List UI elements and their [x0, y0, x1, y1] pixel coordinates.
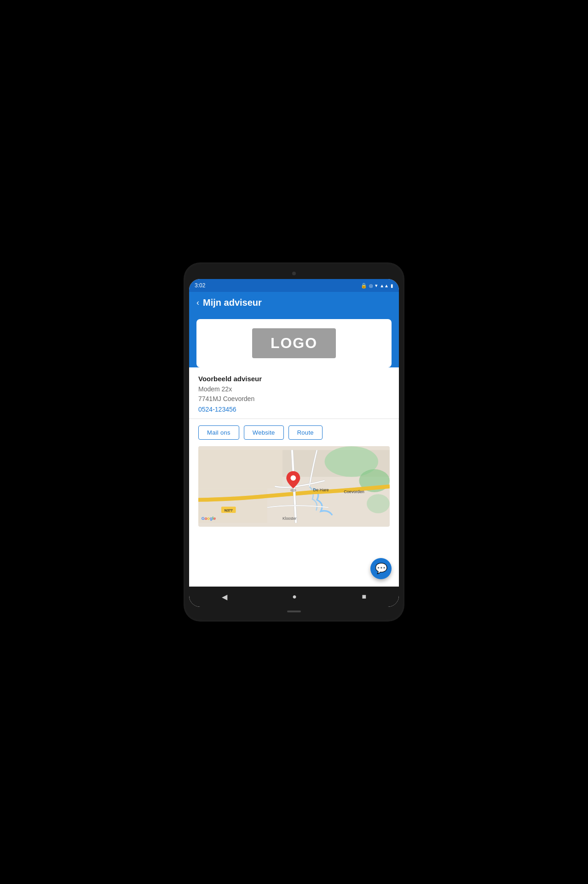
advisor-info: Voorbeeld adviseur Modem 22x 7741MJ Coev…	[189, 367, 399, 419]
svg-point-6	[367, 494, 390, 513]
route-button[interactable]: Route	[288, 425, 323, 440]
logo-placeholder: LOGO	[252, 328, 336, 358]
status-bar: 3:02 🔒 ◎ ▾ ▲▲ ▮	[189, 279, 399, 292]
advisor-street: Modem 22x	[198, 384, 390, 394]
battery-icon: ▮	[391, 283, 393, 288]
nav-recent-button[interactable]: ■	[353, 589, 376, 605]
chat-icon: 💬	[375, 563, 387, 575]
home-indicator	[287, 611, 301, 612]
logo-card: LOGO	[196, 319, 392, 367]
logo-section: LOGO	[189, 314, 399, 367]
status-time: 3:02	[195, 282, 205, 289]
advisor-name: Voorbeeld adviseur	[198, 375, 390, 383]
top-bezel	[189, 268, 399, 279]
svg-rect-1	[198, 450, 282, 488]
device-screen: 3:02 🔒 ◎ ▾ ▲▲ ▮ ‹ Mijn adviseur LOGO	[189, 279, 399, 607]
map-container: N377 De Hare Coevorden Klooster Google	[198, 446, 390, 527]
chat-fab[interactable]: 💬	[370, 558, 392, 579]
svg-text:Google: Google	[202, 516, 216, 521]
main-content: LOGO Voorbeeld adviseur Modem 22x 7741MJ…	[189, 314, 399, 587]
lock-icon: 🔒	[361, 283, 367, 289]
svg-point-10	[291, 475, 296, 481]
action-buttons: Mail ons Website Route	[189, 419, 399, 446]
location-icon: ◎	[369, 283, 373, 288]
wifi-icon: ▾	[375, 283, 378, 289]
page-title: Mijn adviseur	[203, 297, 262, 308]
svg-text:N377: N377	[225, 508, 233, 512]
nav-bar: ◀ ● ■	[189, 587, 399, 607]
svg-text:Coevorden: Coevorden	[344, 489, 364, 494]
back-button[interactable]: ‹	[196, 298, 199, 308]
map-section[interactable]: N377 De Hare Coevorden Klooster Google	[198, 446, 390, 527]
svg-text:Klooster: Klooster	[282, 516, 297, 521]
website-button[interactable]: Website	[244, 425, 284, 440]
mail-button[interactable]: Mail ons	[198, 425, 239, 440]
device: 3:02 🔒 ◎ ▾ ▲▲ ▮ ‹ Mijn adviseur LOGO	[184, 262, 404, 622]
bottom-bezel	[189, 607, 399, 616]
svg-text:De Hare: De Hare	[313, 488, 329, 492]
app-bar: ‹ Mijn adviseur	[189, 292, 399, 314]
nav-home-button[interactable]: ●	[283, 589, 306, 605]
camera	[292, 272, 296, 275]
nav-back-button[interactable]: ◀	[213, 589, 236, 605]
advisor-city: 7741MJ Coevorden	[198, 394, 390, 404]
status-icons: 🔒 ◎ ▾ ▲▲ ▮	[361, 283, 393, 289]
signal-icon: ▲▲	[380, 283, 389, 288]
map-svg: N377 De Hare Coevorden Klooster Google	[198, 446, 390, 527]
svg-point-9	[290, 489, 296, 492]
advisor-phone[interactable]: 0524-123456	[198, 406, 390, 413]
